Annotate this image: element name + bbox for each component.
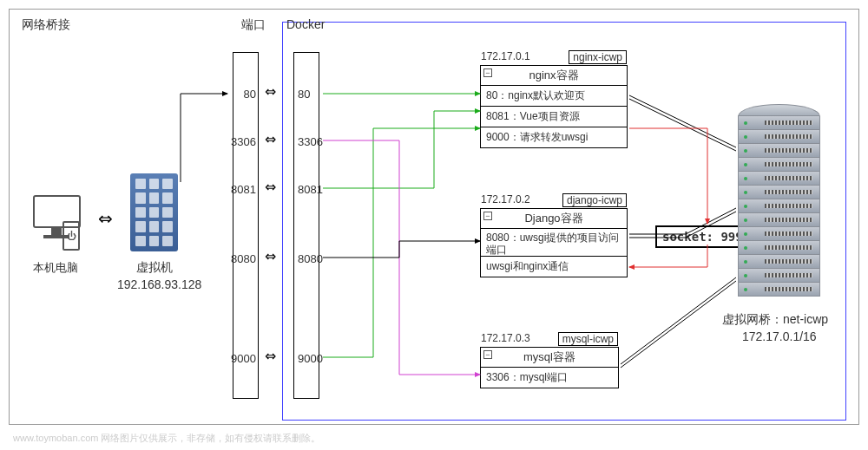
host-port-9000: 9000 [223,352,258,365]
host-port-80: 80 [223,88,258,101]
collapse-icon: − [483,350,492,359]
django-title: Django容器 [524,212,582,225]
server-stack-icon [738,104,820,297]
nginx-container-box: 172.17.0.1 nginx-icwp −nginx容器 80：nginx默… [480,65,628,148]
host-port-column: 80 3306 8081 8080 9000 [233,52,259,399]
port-arrow-icon: ⇔ [265,131,276,147]
mysql-container-box: 172.17.0.3 mysql-icwp −mysql容器 3306：mysq… [480,347,619,388]
mysql-row-3306: 3306：mysql端口 [481,368,618,388]
port-arrow-icon: ⇔ [265,348,276,364]
cont-port-3306: 3306 [298,135,323,148]
docker-heading: Docker [286,17,325,31]
nginx-row-8081: 8081：Vue项目资源 [481,107,627,127]
cont-port-80: 80 [298,88,310,101]
watermark: www.toymoban.com 网络图片仅供展示，非存储，如有侵权请联系删除。 [13,432,320,445]
mysql-title: mysql容器 [523,350,575,363]
nginx-title: nginx容器 [529,68,578,82]
vm-ip: 192.168.93.128 [117,277,201,291]
nginx-row-9000: 9000：请求转发uwsgi [481,127,627,147]
django-name: django-icwp [562,193,627,207]
cont-port-8081: 8081 [298,183,323,196]
django-row-8080: 8080：uwsgi提供的项目访问端口 [481,229,627,257]
django-container-box: 172.17.0.2 django-icwp −Django容器 8080：uw… [480,208,628,277]
mysql-ip: 172.17.0.3 [481,332,530,344]
title-label: 网络桥接 [22,17,70,33]
collapse-icon: − [483,212,492,220]
port-arrow-icon: ⇔ [265,179,276,195]
bridge-cidr: 172.17.0.1/16 [742,329,817,343]
vm-icon [130,173,178,251]
bridge-label: 虚拟网桥：net-icwp [722,312,828,328]
mysql-name: mysql-icwp [558,332,618,346]
port-arrow-icon: ⇔ [265,248,276,264]
port-arrow-icon: ⇔ [265,83,276,100]
django-ip: 172.17.0.2 [481,193,530,205]
cont-port-9000: 9000 [298,352,323,365]
computer-label: 本机电脑 [33,260,78,276]
diagram-canvas: 网络桥接 端口 Docker 本机电脑 虚拟机 192.168.93.128 8… [0,0,868,450]
nginx-ip: 172.17.0.1 [481,50,530,62]
django-row-uwsgi: uwsgi和nginx通信 [481,257,627,277]
nginx-name: nginx-icwp [569,50,627,64]
computer-icon [26,195,87,256]
cont-port-8080: 8080 [298,252,323,265]
ports-heading: 端口 [241,17,266,33]
host-port-3306: 3306 [223,135,258,148]
collapse-icon: − [483,68,492,77]
computer-vm-arrow-icon: ⇔ [98,208,113,229]
host-port-8080: 8080 [223,252,258,265]
container-port-column: 80 3306 8081 8080 9000 [293,52,319,399]
nginx-row-80: 80：nginx默认欢迎页 [481,86,627,107]
host-port-8081: 8081 [223,183,258,196]
vm-label: 虚拟机 [136,260,173,276]
